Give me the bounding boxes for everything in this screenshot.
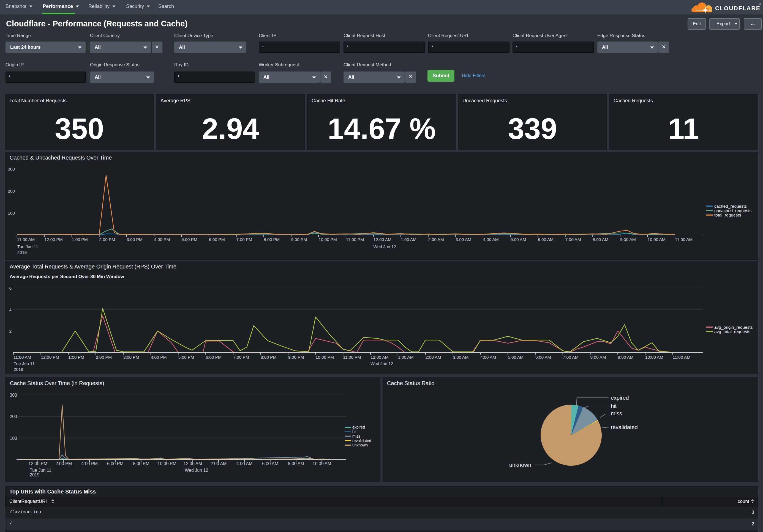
- svg-text:Tue Jun 11: Tue Jun 11: [30, 468, 51, 473]
- svg-text:4:00 AM: 4:00 AM: [480, 355, 496, 360]
- svg-text:Wed Jun 12: Wed Jun 12: [374, 244, 396, 249]
- svg-text:3:00 PM: 3:00 PM: [123, 355, 139, 360]
- svg-text:6: 6: [9, 286, 12, 291]
- svg-text:3:00 AM: 3:00 AM: [456, 237, 471, 242]
- svg-text:12:00 AM: 12:00 AM: [371, 355, 389, 360]
- svg-text:2:00 AM: 2:00 AM: [426, 355, 441, 360]
- svg-text:miss: miss: [611, 410, 622, 416]
- svg-text:2019: 2019: [17, 250, 27, 255]
- svg-text:300: 300: [10, 393, 17, 398]
- svg-text:Wed Jun 12: Wed Jun 12: [185, 468, 208, 473]
- svg-text:2019: 2019: [30, 473, 40, 477]
- svg-text:expired: expired: [611, 395, 629, 401]
- svg-text:8:00 PM: 8:00 PM: [261, 355, 276, 360]
- svg-text:cached_requests: cached_requests: [714, 204, 747, 209]
- svg-text:7:00 AM: 7:00 AM: [563, 355, 579, 360]
- svg-text:10:00 AM: 10:00 AM: [645, 355, 663, 360]
- svg-text:4:00 PM: 4:00 PM: [81, 461, 98, 466]
- svg-text:5:00 PM: 5:00 PM: [178, 355, 194, 360]
- svg-text:11:00 AM: 11:00 AM: [14, 355, 31, 360]
- svg-text:12:00 AM: 12:00 AM: [374, 237, 392, 242]
- svg-text:Wed Jun 12: Wed Jun 12: [371, 361, 393, 366]
- svg-text:revalidated: revalidated: [611, 424, 638, 430]
- svg-text:1:00 PM: 1:00 PM: [68, 355, 84, 360]
- svg-text:4:00 AM: 4:00 AM: [236, 461, 253, 466]
- svg-text:expired: expired: [352, 425, 365, 429]
- svg-text:revalidated: revalidated: [352, 438, 371, 443]
- svg-text:2:00 AM: 2:00 AM: [211, 461, 227, 466]
- svg-text:avg_origin_requests: avg_origin_requests: [714, 325, 753, 329]
- svg-text:6:00 PM: 6:00 PM: [209, 237, 225, 242]
- svg-text:10:00 PM: 10:00 PM: [316, 355, 334, 360]
- svg-text:8:00 AM: 8:00 AM: [593, 237, 608, 242]
- svg-text:1:00 AM: 1:00 AM: [398, 355, 414, 360]
- svg-text:total_requests: total_requests: [714, 213, 741, 217]
- svg-text:2:00 PM: 2:00 PM: [55, 461, 72, 466]
- svg-text:10:00 PM: 10:00 PM: [318, 237, 337, 242]
- svg-text:4:00 AM: 4:00 AM: [483, 237, 499, 242]
- svg-text:2:00 PM: 2:00 PM: [96, 355, 112, 360]
- svg-text:100: 100: [10, 436, 17, 441]
- svg-text:12:00 PM: 12:00 PM: [44, 237, 62, 242]
- svg-text:12:00 PM: 12:00 PM: [28, 461, 47, 466]
- svg-text:avg_total_requests: avg_total_requests: [714, 329, 750, 334]
- svg-text:100: 100: [8, 211, 15, 216]
- svg-text:4: 4: [9, 307, 12, 312]
- svg-text:8:00 PM: 8:00 PM: [264, 237, 280, 242]
- svg-text:6:00 PM: 6:00 PM: [107, 461, 124, 466]
- svg-text:®: ®: [759, 3, 761, 6]
- svg-text:9:00 PM: 9:00 PM: [291, 237, 307, 242]
- svg-text:7:00 PM: 7:00 PM: [233, 355, 249, 360]
- svg-text:5:00 AM: 5:00 AM: [508, 355, 523, 360]
- svg-text:11:00 PM: 11:00 PM: [343, 355, 361, 360]
- svg-text:2019: 2019: [14, 367, 23, 372]
- svg-text:unknown: unknown: [509, 462, 531, 468]
- svg-text:11:00 PM: 11:00 PM: [346, 237, 364, 242]
- svg-text:6:00 PM: 6:00 PM: [206, 355, 222, 360]
- svg-text:5:00 PM: 5:00 PM: [181, 237, 197, 242]
- svg-text:CLOUDFLARE: CLOUDFLARE: [715, 5, 761, 11]
- svg-text:11:00 AM: 11:00 AM: [673, 355, 690, 360]
- svg-text:12:00 PM: 12:00 PM: [41, 355, 59, 360]
- svg-text:5:00 AM: 5:00 AM: [510, 237, 526, 242]
- svg-text:10:00 AM: 10:00 AM: [648, 237, 666, 242]
- svg-text:unknown: unknown: [352, 443, 368, 447]
- svg-text:hit: hit: [352, 429, 357, 434]
- svg-text:miss: miss: [352, 434, 360, 438]
- svg-text:4:00 PM: 4:00 PM: [151, 355, 167, 360]
- svg-text:1:00 PM: 1:00 PM: [72, 237, 88, 242]
- svg-text:8:00 PM: 8:00 PM: [133, 461, 150, 466]
- svg-text:hit: hit: [611, 403, 617, 409]
- svg-text:9:00 AM: 9:00 AM: [618, 355, 633, 360]
- svg-text:200: 200: [8, 189, 15, 193]
- svg-text:9:00 AM: 9:00 AM: [620, 237, 636, 242]
- svg-text:1:00 AM: 1:00 AM: [401, 237, 416, 242]
- svg-text:uncached_requests: uncached_requests: [714, 208, 752, 213]
- svg-text:Tue Jun 11: Tue Jun 11: [14, 361, 35, 366]
- svg-text:6:00 AM: 6:00 AM: [538, 237, 554, 242]
- svg-text:6:00 AM: 6:00 AM: [535, 355, 551, 360]
- svg-text:11:00 AM: 11:00 AM: [675, 237, 693, 242]
- svg-text:3:00 AM: 3:00 AM: [453, 355, 469, 360]
- svg-text:7:00 PM: 7:00 PM: [236, 237, 253, 242]
- svg-text:2:00 AM: 2:00 AM: [428, 237, 444, 242]
- svg-text:10:00 PM: 10:00 PM: [158, 461, 176, 466]
- svg-text:8:00 AM: 8:00 AM: [591, 355, 606, 360]
- svg-text:9:00 PM: 9:00 PM: [288, 355, 304, 360]
- svg-text:200: 200: [10, 414, 17, 419]
- svg-text:Tue Jun 11: Tue Jun 11: [17, 244, 38, 249]
- svg-text:7:00 AM: 7:00 AM: [565, 237, 581, 242]
- svg-text:4:00 PM: 4:00 PM: [154, 237, 170, 242]
- svg-text:11:00 AM: 11:00 AM: [17, 237, 35, 242]
- svg-text:10:00 AM: 10:00 AM: [312, 461, 331, 466]
- svg-text:8:00 AM: 8:00 AM: [288, 461, 304, 466]
- svg-text:2: 2: [9, 329, 12, 333]
- svg-text:3:00 PM: 3:00 PM: [127, 237, 143, 242]
- svg-text:12:00 AM: 12:00 AM: [183, 461, 202, 466]
- svg-text:2:00 PM: 2:00 PM: [99, 237, 115, 242]
- svg-text:300: 300: [8, 167, 15, 171]
- svg-text:6:00 AM: 6:00 AM: [262, 461, 278, 466]
